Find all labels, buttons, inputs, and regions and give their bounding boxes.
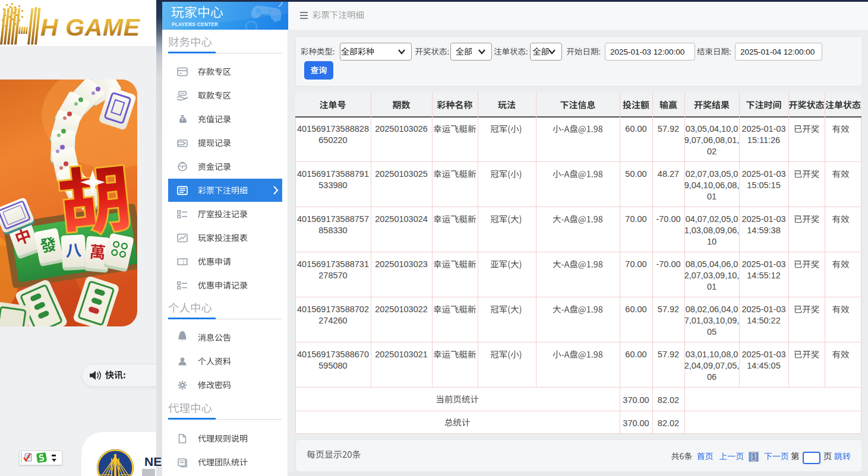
svg-text:H GAME: H GAME bbox=[40, 14, 141, 41]
